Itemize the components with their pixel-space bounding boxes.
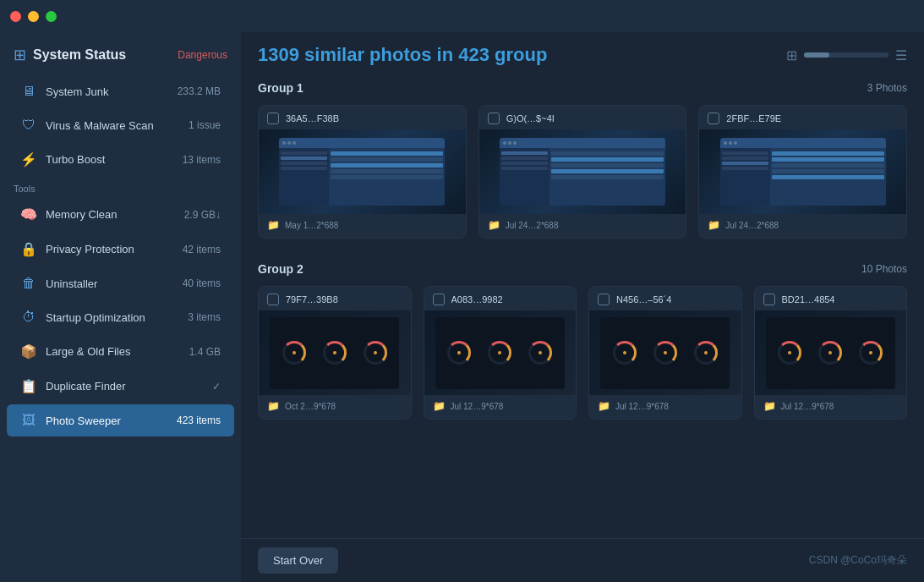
sidebar-item-label: Turbo Boost <box>46 153 174 166</box>
photo-card-header: G)O(…$~4I <box>479 106 686 129</box>
folder-icon: 📁 <box>763 400 776 412</box>
photo-path: Jul 12…9*678 <box>451 402 504 411</box>
app-body: ⊞ System Status Dangerous 🖥 System Junk … <box>0 32 924 582</box>
sidebar-item-memory-clean[interactable]: 🧠 Memory Clean 2.9 GB↓ <box>7 198 234 231</box>
privacy-protection-icon: 🔒 <box>20 241 37 257</box>
photo-checkbox[interactable] <box>763 294 775 305</box>
folder-icon: 📁 <box>708 219 720 231</box>
sidebar-item-label: Privacy Protection <box>46 243 174 255</box>
sidebar-item-value: 42 items <box>183 244 221 255</box>
photo-path: Jul 12…9*678 <box>781 402 834 411</box>
photo-path: May 1…2*688 <box>285 221 338 230</box>
photo-filename: 79F7…39B8 <box>286 294 338 305</box>
photo-thumbnail <box>755 310 907 395</box>
photo-thumbnail <box>479 129 686 214</box>
group-1-photos: 36A5…F38B <box>258 105 907 239</box>
photo-card-header: 79F7…39B8 <box>259 287 411 310</box>
photo-card[interactable]: N456…–56´4 📁 Jul 12…9*67 <box>588 286 742 420</box>
photo-card[interactable]: 2FBF…E79E <box>698 105 907 239</box>
sidebar: ⊞ System Status Dangerous 🖥 System Junk … <box>0 32 241 582</box>
photo-filename: BD21…4854 <box>782 294 835 305</box>
groups-container[interactable]: Group 1 3 Photos 36A5…F38B <box>241 74 924 538</box>
sidebar-item-virus-scan[interactable]: 🛡 Virus & Malware Scan 1 issue <box>7 109 234 141</box>
sidebar-item-value: 1 issue <box>189 119 221 131</box>
photo-footer: 📁 Jul 12…9*678 <box>589 395 741 419</box>
photo-card[interactable]: A083…9982 📁 Jul 12…9*678 <box>424 286 577 420</box>
photo-checkbox[interactable] <box>708 113 719 124</box>
status-badge: Dangerous <box>178 49 227 61</box>
sidebar-item-privacy-protection[interactable]: 🔒 Privacy Protection 42 items <box>7 233 234 266</box>
startup-optimization-icon: ⏱ <box>20 310 37 325</box>
photo-footer: 📁 May 1…2*688 <box>259 214 466 238</box>
photo-checkbox[interactable] <box>267 294 279 305</box>
photo-path: Jul 24…2*688 <box>506 221 559 230</box>
photo-thumbnail <box>589 310 741 395</box>
sidebar-item-value: 40 items <box>183 277 221 289</box>
large-old-files-icon: 📦 <box>20 343 37 360</box>
group-1-header: Group 1 3 Photos <box>258 74 907 105</box>
sidebar-title: System Status <box>33 47 126 63</box>
sidebar-item-system-junk[interactable]: 🖥 System Junk 233.2 MB <box>7 75 234 107</box>
sidebar-item-label: Duplicate Finder <box>46 380 204 393</box>
maximize-button[interactable] <box>46 11 57 22</box>
photo-card[interactable]: G)O(…$~4I <box>478 105 687 239</box>
photo-thumbnail <box>424 310 577 395</box>
sidebar-item-value: 2.9 GB↓ <box>184 209 221 221</box>
list-view-icon[interactable]: ☰ <box>895 47 907 63</box>
main-content: 1309 similar photos in 423 group ⊞ ☰ Gro… <box>241 32 924 582</box>
sidebar-header: ⊞ System Status Dangerous <box>0 32 241 74</box>
photo-footer: 📁 Jul 24…2*688 <box>479 214 686 238</box>
group-2-photos: 79F7…39B8 📁 Oct 2…9*678 <box>258 286 907 420</box>
photo-thumbnail <box>699 129 906 214</box>
start-over-button[interactable]: Start Over <box>258 547 338 574</box>
folder-icon: 📁 <box>488 219 500 231</box>
sidebar-item-photo-sweeper[interactable]: 🖼 Photo Sweeper 423 items <box>7 404 234 436</box>
sidebar-item-label: Photo Sweeper <box>46 415 168 427</box>
sidebar-item-label: Memory Clean <box>46 208 176 221</box>
photo-checkbox[interactable] <box>488 113 500 124</box>
sidebar-item-turbo-boost[interactable]: ⚡ Turbo Boost 13 items <box>7 143 234 176</box>
photo-filename: 2FBF…E79E <box>726 113 781 124</box>
title-bar <box>0 0 924 32</box>
main-header-title: 1309 similar photos in 423 group <box>258 44 547 66</box>
photo-footer: 📁 Jul 12…9*678 <box>424 395 577 419</box>
photo-card[interactable]: 36A5…F38B <box>258 105 467 239</box>
sidebar-item-value: 423 items <box>177 415 221 426</box>
minimize-button[interactable] <box>28 11 39 22</box>
turbo-boost-icon: ⚡ <box>20 151 37 167</box>
sidebar-item-large-old-files[interactable]: 📦 Large & Old Files 1.4 GB <box>7 335 234 368</box>
sidebar-item-value: ✓ <box>212 381 221 393</box>
system-status-icon: ⊞ <box>14 46 26 64</box>
photo-checkbox[interactable] <box>598 294 610 305</box>
photo-checkbox[interactable] <box>433 294 445 305</box>
sidebar-item-label: Uninstaller <box>46 277 174 290</box>
system-junk-icon: 🖥 <box>20 84 37 99</box>
folder-icon: 📁 <box>433 400 446 412</box>
sidebar-item-value: 13 items <box>183 154 221 166</box>
tools-section-label: Tools <box>0 177 241 197</box>
uninstaller-icon: 🗑 <box>20 276 37 291</box>
photo-checkbox[interactable] <box>267 113 279 124</box>
grid-view-icon[interactable]: ⊞ <box>786 47 797 63</box>
photo-card[interactable]: 79F7…39B8 📁 Oct 2…9*678 <box>258 286 412 420</box>
sidebar-header-left: ⊞ System Status <box>14 46 126 64</box>
group-2-header: Group 2 10 Photos <box>258 255 907 286</box>
traffic-lights <box>10 11 57 22</box>
photo-card-header: BD21…4854 <box>755 287 907 310</box>
photo-card-header: 36A5…F38B <box>259 106 466 129</box>
folder-icon: 📁 <box>267 219 280 231</box>
group-1-count: 3 Photos <box>867 82 907 94</box>
sidebar-item-uninstaller[interactable]: 🗑 Uninstaller 40 items <box>7 267 234 299</box>
photo-filename: 36A5…F38B <box>286 113 339 124</box>
main-header-controls: ⊞ ☰ <box>786 47 907 63</box>
photo-card[interactable]: BD21…4854 📁 Jul 12…9*678 <box>754 286 908 420</box>
bottom-bar: Start Over CSDN @CoCo玛奇朵 <box>241 538 924 582</box>
sidebar-item-duplicate-finder[interactable]: 📋 Duplicate Finder ✓ <box>7 370 234 403</box>
photo-filename: A083…9982 <box>451 294 503 305</box>
close-button[interactable] <box>10 11 21 22</box>
photo-path: Jul 12…9*678 <box>615 402 669 411</box>
sidebar-item-startup-optimization[interactable]: ⏱ Startup Optimization 3 items <box>7 301 234 333</box>
photo-footer: 📁 Oct 2…9*678 <box>259 395 411 419</box>
sidebar-item-label: System Junk <box>46 85 169 98</box>
photo-thumbnail <box>259 129 466 214</box>
